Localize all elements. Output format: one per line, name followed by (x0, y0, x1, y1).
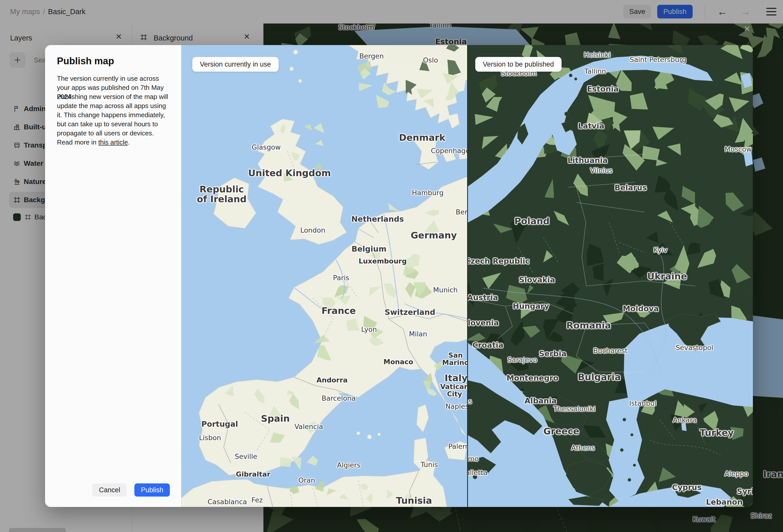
compare-divider (467, 45, 468, 507)
map-pane-new-version[interactable]: HelsinkiSaint PetersburgStockholmTallinn… (467, 45, 753, 507)
dialog-paragraph-2-text: Publishing new version of the map will u… (57, 93, 168, 146)
cancel-button[interactable]: Cancel (92, 483, 127, 497)
dialog-title: Publish map (57, 56, 114, 67)
publish-dialog: Publish map The version currently in use… (45, 45, 181, 507)
dialog-paragraph-2-period: . (128, 138, 130, 146)
new-version-badge: Version to be published (475, 57, 562, 72)
publish-confirm-button[interactable]: Publish (134, 483, 170, 497)
current-version-badge: Version currently in use (192, 57, 279, 72)
dialog-paragraph-2: Publishing new version of the map will u… (57, 92, 171, 147)
publish-modal: Publish map The version currently in use… (45, 45, 753, 507)
map-pane-current-version[interactable]: BergenOsloGlasgowDenmarkCopenhagenUnited… (181, 45, 467, 507)
app-window: My maps / Basic_Dark Save Publish ← → La… (0, 0, 783, 532)
this-article-link[interactable]: this article (98, 138, 128, 146)
dialog-footer: Cancel Publish (92, 483, 170, 497)
